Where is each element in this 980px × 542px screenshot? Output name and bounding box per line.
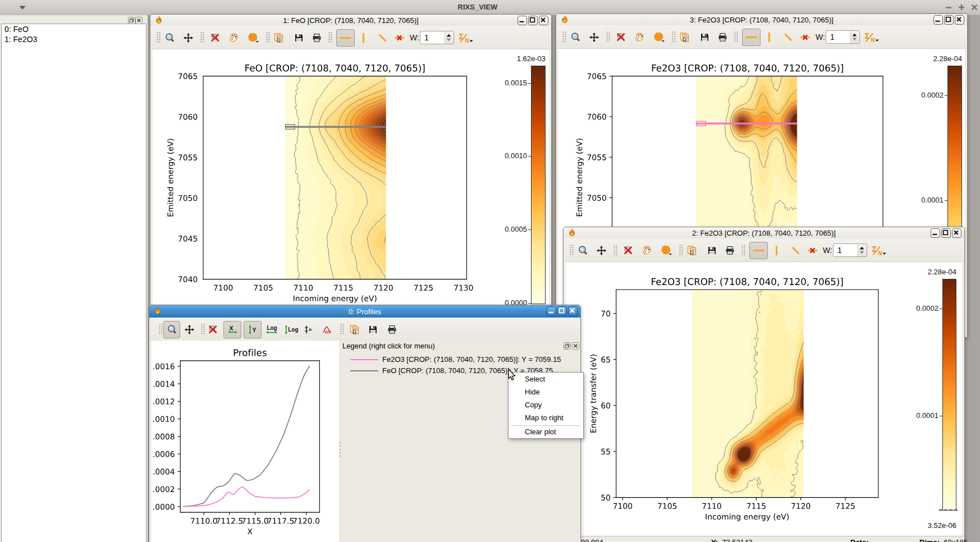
svg-text:Y: Y [252,327,256,333]
svg-text:Log: Log [267,325,277,331]
svg-text:N: N [871,37,874,43]
svg-text:Σ: Σ [872,245,877,254]
svg-text:Σ: Σ [864,32,869,40]
svg-text:X: X [229,325,233,332]
svg-text:FIT: FIT [325,330,331,334]
svg-text:N: N [465,38,469,43]
svg-text:Log: Log [288,327,298,333]
svg-text:N: N [878,250,882,256]
svg-text:Σ: Σ [459,33,464,41]
